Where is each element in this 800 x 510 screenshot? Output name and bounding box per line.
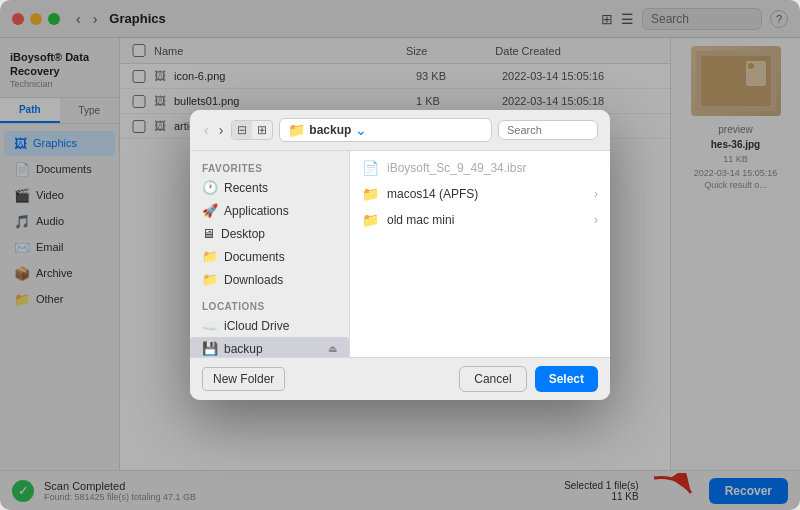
- dialog-grid-view[interactable]: ⊞: [252, 121, 272, 139]
- sidebar-label: backup: [224, 342, 263, 356]
- sidebar-label: Applications: [224, 204, 289, 218]
- locations-section: Locations ☁️ iCloud Drive 💾 backup ⏏ 💾: [190, 297, 349, 357]
- file-doc-icon: 📄: [362, 160, 379, 176]
- list-item[interactable]: 📁 old mac mini ›: [350, 207, 610, 233]
- locations-header: Locations: [190, 297, 349, 314]
- dialog-columns-view[interactable]: ⊟: [232, 121, 252, 139]
- file-item-name: iBoysoft_Sc_9_49_34.ibsr: [387, 161, 598, 175]
- dialog-footer: New Folder Cancel Select: [190, 357, 610, 400]
- dialog-sidebar-item-icloud[interactable]: ☁️ iCloud Drive: [190, 314, 349, 337]
- icloud-icon: ☁️: [202, 318, 218, 333]
- downloads-folder-icon: 📁: [202, 272, 218, 287]
- location-text: backup: [309, 123, 351, 137]
- cancel-button[interactable]: Cancel: [459, 366, 526, 392]
- dialog-actions: Cancel Select: [459, 366, 598, 392]
- new-folder-button[interactable]: New Folder: [202, 367, 285, 391]
- favorites-section: Favorites 🕐 Recents 🚀 Applications 🖥 Des…: [190, 159, 349, 291]
- sidebar-label: Desktop: [221, 227, 265, 241]
- sidebar-label: iCloud Drive: [224, 319, 289, 333]
- chevron-down-icon[interactable]: ⌄: [355, 122, 367, 138]
- list-item[interactable]: 📁 macos14 (APFS) ›: [350, 181, 610, 207]
- dialog-forward-button[interactable]: ›: [217, 120, 226, 140]
- dialog-back-button[interactable]: ‹: [202, 120, 211, 140]
- dialog-sidebar: Favorites 🕐 Recents 🚀 Applications 🖥 Des…: [190, 151, 350, 357]
- dialog-toolbar: ‹ › ⊟ ⊞ 📁 backup ⌄: [190, 110, 610, 151]
- dialog-sidebar-item-documents[interactable]: 📁 Documents: [190, 245, 349, 268]
- dialog-sidebar-item-backup[interactable]: 💾 backup ⏏: [190, 337, 349, 357]
- folder-oldmac-icon: 📁: [362, 212, 379, 228]
- dialog-sidebar-item-desktop[interactable]: 🖥 Desktop: [190, 222, 349, 245]
- documents-folder-icon: 📁: [202, 249, 218, 264]
- dialog-files: 📄 iBoysoft_Sc_9_49_34.ibsr 📁 macos14 (AP…: [350, 151, 610, 357]
- favorites-header: Favorites: [190, 159, 349, 176]
- recents-icon: 🕐: [202, 180, 218, 195]
- chevron-right-icon: ›: [594, 187, 598, 201]
- backup-drive-icon: 💾: [202, 341, 218, 356]
- select-button[interactable]: Select: [535, 366, 598, 392]
- sidebar-label: Documents: [224, 250, 285, 264]
- dialog-body: Favorites 🕐 Recents 🚀 Applications 🖥 Des…: [190, 151, 610, 357]
- dialog-view-buttons: ⊟ ⊞: [231, 120, 273, 140]
- dialog-sidebar-item-downloads[interactable]: 📁 Downloads: [190, 268, 349, 291]
- sidebar-label: Recents: [224, 181, 268, 195]
- dialog-sidebar-item-recents[interactable]: 🕐 Recents: [190, 176, 349, 199]
- chevron-right-icon: ›: [594, 213, 598, 227]
- applications-icon: 🚀: [202, 203, 218, 218]
- file-item-name: old mac mini: [387, 213, 586, 227]
- sidebar-label: Downloads: [224, 273, 283, 287]
- folder-macos-icon: 📁: [362, 186, 379, 202]
- file-dialog: ‹ › ⊟ ⊞ 📁 backup ⌄ Favorites: [190, 110, 610, 400]
- folder-icon: 📁: [288, 122, 305, 138]
- file-item-name: macos14 (APFS): [387, 187, 586, 201]
- list-item[interactable]: 📄 iBoysoft_Sc_9_49_34.ibsr: [350, 155, 610, 181]
- dialog-location-bar[interactable]: 📁 backup ⌄: [279, 118, 492, 142]
- desktop-icon: 🖥: [202, 226, 215, 241]
- dialog-sidebar-item-applications[interactable]: 🚀 Applications: [190, 199, 349, 222]
- modal-overlay: ‹ › ⊟ ⊞ 📁 backup ⌄ Favorites: [0, 0, 800, 510]
- app-window: ‹ › Graphics ⊞ ☰ ? iBoysoft® Data Recove…: [0, 0, 800, 510]
- dialog-search-input[interactable]: [498, 120, 598, 140]
- eject-icon[interactable]: ⏏: [328, 343, 337, 354]
